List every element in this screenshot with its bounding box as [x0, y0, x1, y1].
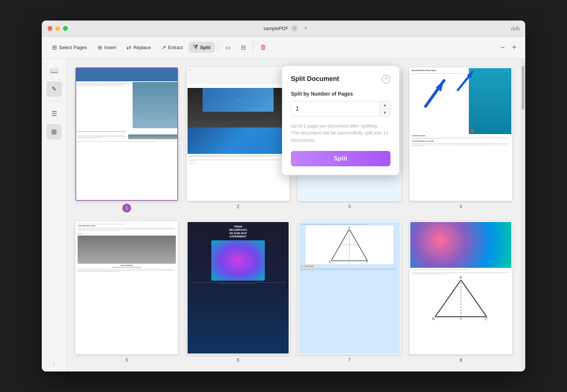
book-icon: 📖 [50, 67, 58, 75]
popup-section-label: Split by Number of Pages [291, 91, 390, 97]
number-input-wrapper: ▲ ▼ [291, 101, 390, 117]
split-confirm-button[interactable]: Split [291, 151, 390, 166]
svg-text:B: B [329, 260, 331, 263]
page-item-5[interactable]: Points also have dominant and recessive … [75, 221, 178, 363]
svg-line-25 [461, 280, 486, 317]
popup-hint: Up to 1 page per document after splittin… [291, 122, 390, 144]
page-thumb-4: Basic Elements of Plane Space Any all an… [410, 67, 512, 201]
delete-button[interactable]: 🗑 [256, 41, 270, 53]
tab-close-button[interactable]: × [291, 25, 298, 32]
extract-button[interactable]: ↗ Extract [157, 42, 187, 53]
audio-waves-icon [511, 26, 519, 30]
spinner-down-button[interactable]: ▼ [380, 109, 390, 116]
titlebar-right [497, 26, 519, 30]
page-item-4[interactable]: Basic Elements of Plane Space Any all an… [410, 67, 512, 212]
split-document-popup: Split Document ? Split by Number of Page… [282, 66, 399, 175]
extract-icon: ↗ [161, 44, 166, 51]
svg-text:M: M [357, 244, 359, 247]
toolbar-separator-1 [218, 42, 218, 52]
page-thumb-8: This experiment can be repeated endlessl… [410, 221, 512, 355]
number-spinners: ▲ ▼ [379, 101, 390, 116]
page-number-7: 7 [348, 357, 351, 363]
chevron-left-icon: ‹ [53, 362, 55, 367]
sidebar-book-button[interactable]: 📖 [47, 63, 62, 78]
window-title-area: samplePDF × + [74, 25, 497, 32]
select-pages-button[interactable]: ⊞ Select Pages [48, 42, 92, 53]
tab-add-button[interactable]: + [304, 25, 308, 32]
zoom-in-button[interactable]: + [509, 42, 519, 53]
app-window: samplePDF × + ⊞ Select Pages ⊕ Insert ⇄ … [42, 21, 525, 371]
sidebar-list-button[interactable]: ☰ [47, 106, 62, 121]
insert-icon: ⊕ [97, 44, 102, 51]
page-item-7[interactable]: These studies laid the foundation for th… [298, 221, 401, 363]
sidebar-pages-button[interactable]: ⊞ [47, 124, 62, 140]
pages-icon: ⊞ [51, 128, 57, 136]
page-thumb-2: ■■■ 💻 The practical results show that [187, 67, 289, 201]
page-thumb-6: PRISMDECOMPOSITION SUNLIGHTEXPERIMENT Th… [187, 221, 289, 355]
svg-text:H: H [459, 317, 462, 320]
trash-icon: 🗑 [260, 44, 267, 51]
scrollbar-thumb[interactable] [522, 66, 525, 110]
traffic-lights [48, 26, 68, 31]
popup-help-button[interactable]: ? [382, 75, 390, 84]
svg-line-24 [435, 280, 461, 317]
popup-title: Split Document [291, 75, 339, 83]
list-icon: ☰ [51, 110, 57, 118]
page-number-5: 5 [125, 357, 128, 363]
toolbar: ⊞ Select Pages ⊕ Insert ⇄ Replace ↗ Extr… [42, 37, 525, 59]
svg-text:C: C [366, 260, 368, 263]
page-number-1: 1 [122, 204, 131, 212]
svg-text:M: M [339, 244, 341, 247]
page-view-2-icon: ⊟ [241, 44, 246, 51]
select-pages-icon: ⊞ [52, 44, 57, 51]
page-thumb-5: Points also have dominant and recessive … [75, 221, 178, 355]
split-button[interactable]: ⧩ Split [189, 42, 215, 53]
spinner-up-button[interactable]: ▲ [380, 101, 390, 109]
page-number-4: 4 [459, 204, 462, 209]
page-number-8: 8 [459, 357, 462, 363]
titlebar: samplePDF × + [42, 21, 525, 37]
main-area: 📖 ✎ ☰ ⊞ ‹ [42, 59, 525, 371]
page-view-2-button[interactable]: ⊟ [237, 42, 250, 53]
page-thumb-1: Combined with practical cases, the build… [75, 67, 178, 201]
edit-icon: ✎ [52, 85, 56, 92]
pages-number-input[interactable] [291, 102, 379, 116]
svg-text:A: A [459, 276, 462, 279]
page-view-1-button[interactable]: ▭ [221, 42, 235, 53]
page-number-6: 6 [237, 357, 239, 363]
pages-area: Combined with practical cases, the build… [67, 59, 521, 371]
page-item-8[interactable]: This experiment can be repeated endlessl… [410, 221, 512, 363]
zoom-out-button[interactable]: − [498, 42, 508, 53]
sidebar-collapse-button[interactable]: ‹ [51, 361, 57, 367]
window-title: samplePDF [263, 26, 288, 31]
svg-text:C: C [485, 317, 488, 320]
main-scrollbar[interactable] [521, 59, 525, 371]
insert-button[interactable]: ⊕ Insert [93, 42, 121, 53]
zoom-controls: − + [498, 42, 519, 53]
page-item-6[interactable]: PRISMDECOMPOSITION SUNLIGHTEXPERIMENT Th… [187, 221, 289, 363]
sidebar-edit-button[interactable]: ✎ [47, 81, 62, 97]
page-thumb-7: These studies laid the foundation for th… [298, 221, 401, 355]
toolbar-separator-2 [253, 42, 253, 52]
minimize-traffic-light[interactable] [55, 26, 60, 31]
page-number-3: 3 [348, 204, 351, 209]
sidebar-divider [48, 101, 60, 101]
page-view-1-icon: ▭ [225, 44, 231, 51]
replace-icon: ⇄ [126, 44, 131, 51]
split-icon: ⧩ [193, 44, 198, 51]
page-number-2: 2 [237, 204, 239, 209]
sidebar: 📖 ✎ ☰ ⊞ ‹ [42, 59, 67, 371]
replace-button[interactable]: ⇄ Replace [122, 42, 155, 53]
page-item-1[interactable]: Combined with practical cases, the build… [75, 67, 178, 212]
close-traffic-light[interactable] [48, 26, 52, 31]
svg-text:B: B [432, 317, 435, 320]
fullscreen-traffic-light[interactable] [63, 26, 68, 31]
page-item-2[interactable]: ■■■ 💻 The practical results show that [187, 67, 289, 212]
popup-header: Split Document ? [291, 75, 390, 84]
svg-text:A: A [349, 227, 351, 229]
svg-text:H: H [348, 261, 349, 263]
